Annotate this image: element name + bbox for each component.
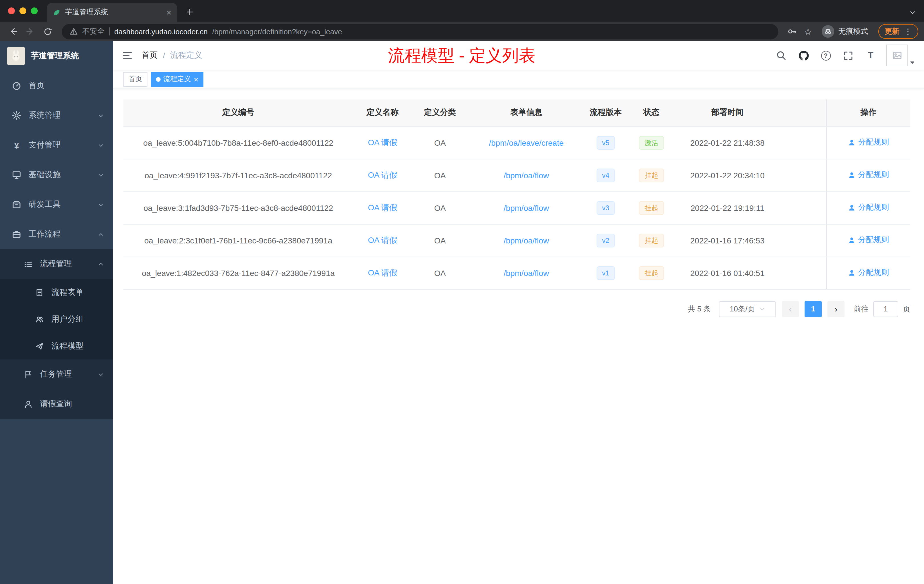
cell-deploy-time: 2022-01-22 19:19:11: [676, 191, 779, 224]
page-number-1[interactable]: 1: [805, 301, 822, 317]
user-menu[interactable]: [886, 45, 915, 66]
tab-close-icon[interactable]: ×: [166, 8, 172, 16]
toolbox-icon: [12, 200, 22, 209]
breadcrumb-home[interactable]: 首页: [142, 50, 158, 61]
sidebar-item-task-management[interactable]: 任务管理: [0, 360, 113, 389]
caret-down-icon: [910, 60, 915, 65]
definition-name-link[interactable]: OA 请假: [368, 170, 398, 179]
tag-home[interactable]: 首页: [124, 72, 147, 87]
assign-rule-button[interactable]: 分配规则: [848, 203, 889, 213]
cell-deploy-time: 2022-01-22 21:48:38: [676, 126, 779, 159]
definition-name-link[interactable]: OA 请假: [368, 203, 398, 212]
sidebar-item-process-management[interactable]: 流程管理: [0, 249, 113, 279]
status-badge: 挂起: [639, 168, 664, 182]
window-zoom-button[interactable]: [31, 7, 38, 14]
version-badge[interactable]: v4: [596, 168, 615, 182]
flag-icon: [23, 370, 33, 379]
incognito-icon: [822, 25, 834, 38]
workflow-submenu: 流程管理 流程表单 用户分组 流程模型 任务管理: [0, 249, 113, 419]
tag-process-definition[interactable]: 流程定义 ×: [151, 72, 203, 87]
definition-name-link[interactable]: OA 请假: [368, 235, 398, 244]
breadcrumb: 首页 / 流程定义: [142, 50, 202, 61]
browser-tab[interactable]: 芋道管理系统 ×: [47, 3, 177, 22]
sidebar-item-leave-query[interactable]: 请假查询: [0, 389, 113, 419]
assign-rule-button[interactable]: 分配规则: [848, 170, 889, 180]
sidebar-item-user-group[interactable]: 用户分组: [0, 306, 113, 333]
browser-menu-kebab-icon[interactable]: ⋮: [904, 27, 912, 36]
cell-definition-id: oa_leave:2:3c1f0ef1-76b1-11ec-9c66-a2380…: [124, 224, 353, 257]
cell-category: OA: [412, 224, 468, 257]
next-page-button[interactable]: ›: [827, 301, 845, 317]
assign-rule-button[interactable]: 分配规则: [848, 268, 889, 278]
definition-table: 定义编号 定义名称 定义分类 表单信息 流程版本 状态 部署时间 操作: [124, 99, 910, 289]
back-button[interactable]: [6, 24, 21, 39]
font-size-icon[interactable]: T: [863, 49, 877, 62]
forward-button[interactable]: [23, 24, 38, 39]
tag-close-icon[interactable]: ×: [194, 75, 198, 83]
assign-rule-button[interactable]: 分配规则: [848, 235, 889, 246]
table-row: oa_leave:2:3c1f0ef1-76b1-11ec-9c66-a2380…: [124, 224, 910, 257]
definition-name-link[interactable]: OA 请假: [368, 137, 398, 147]
sidebar-item-label: 任务管理: [40, 369, 91, 379]
form-link[interactable]: /bpm/oa/flow: [504, 268, 549, 277]
form-link[interactable]: /bpm/oa/flow: [504, 171, 549, 180]
tab-search-button[interactable]: [909, 9, 916, 16]
assign-rule-button[interactable]: 分配规则: [848, 137, 889, 148]
password-key-icon[interactable]: [785, 25, 799, 38]
sidebar-item-infrastructure[interactable]: 基础设施: [0, 160, 113, 190]
browser-update-chip[interactable]: 更新 ⋮: [878, 24, 918, 39]
definition-name-link[interactable]: OA 请假: [368, 268, 398, 277]
breadcrumb-current: 流程定义: [170, 50, 202, 61]
list-icon: [23, 260, 33, 268]
new-tab-button[interactable]: [182, 4, 198, 20]
page-title: 流程模型 - 定义列表: [388, 45, 535, 68]
version-badge[interactable]: v2: [596, 233, 615, 247]
security-label[interactable]: 不安全: [82, 26, 105, 36]
window-minimize-button[interactable]: [20, 7, 26, 14]
column-header: 表单信息: [468, 99, 584, 126]
page-size-select[interactable]: 10条/页: [719, 301, 776, 317]
cell-filler: [779, 224, 826, 257]
sidebar-item-process-form[interactable]: 流程表单: [0, 279, 113, 306]
goto-label: 前往: [854, 304, 869, 314]
help-icon[interactable]: ?: [819, 49, 833, 62]
window-close-button[interactable]: [8, 7, 15, 14]
status-badge: 激活: [639, 136, 664, 149]
version-badge[interactable]: v5: [596, 136, 615, 149]
form-link[interactable]: /bpm/oa/flow: [504, 203, 549, 212]
sidebar: 芋道管理系统 首页 系统管理 ¥ 支付管理 基础设施: [0, 41, 113, 584]
version-badge[interactable]: v1: [596, 266, 615, 280]
goto-page-input[interactable]: [873, 301, 898, 317]
app-header: 首页 / 流程定义 流程模型 - 定义列表 ?: [113, 41, 924, 70]
cell-definition-id: oa_leave:4:991f2193-7b7f-11ec-a3c8-acde4…: [124, 159, 353, 191]
bookmark-star-icon[interactable]: ☆: [801, 25, 815, 38]
sidebar-item-devtools[interactable]: 研发工具: [0, 190, 113, 219]
sidebar-item-label: 请假查询: [40, 399, 104, 409]
form-link[interactable]: /bpm/oa/flow: [504, 236, 549, 245]
sidebar-item-payment[interactable]: ¥ 支付管理: [0, 130, 113, 160]
github-icon[interactable]: [797, 49, 810, 62]
page-size-value: 10条/页: [730, 304, 755, 314]
warning-triangle-icon: [70, 27, 78, 35]
cell-category: OA: [412, 159, 468, 191]
table-header-row: 定义编号 定义名称 定义分类 表单信息 流程版本 状态 部署时间 操作: [124, 99, 910, 126]
version-badge[interactable]: v3: [596, 201, 615, 214]
status-badge: 挂起: [639, 266, 664, 280]
address-bar[interactable]: 不安全 dashboard.yudao.iocoder.cn/bpm/manag…: [62, 24, 778, 39]
cell-filler: [779, 257, 826, 289]
fullscreen-icon[interactable]: [841, 49, 855, 62]
sidebar-item-workflow[interactable]: 工作流程: [0, 219, 113, 249]
sidebar-item-process-model[interactable]: 流程模型: [0, 333, 113, 360]
sidebar-item-system[interactable]: 系统管理: [0, 101, 113, 130]
person-icon: [848, 139, 855, 146]
sidebar-collapse-icon[interactable]: [122, 50, 132, 61]
prev-page-button[interactable]: ‹: [782, 301, 799, 317]
sidebar-logo[interactable]: 芋道管理系统: [0, 41, 113, 71]
sidebar-item-home[interactable]: 首页: [0, 71, 113, 101]
search-icon[interactable]: [774, 49, 788, 62]
column-header: 操作: [826, 99, 910, 126]
chevron-up-icon: [98, 261, 104, 267]
reload-button[interactable]: [40, 24, 55, 39]
form-link[interactable]: /bpm/oa/leave/create: [489, 138, 564, 147]
chevron-down-icon: [98, 172, 104, 178]
